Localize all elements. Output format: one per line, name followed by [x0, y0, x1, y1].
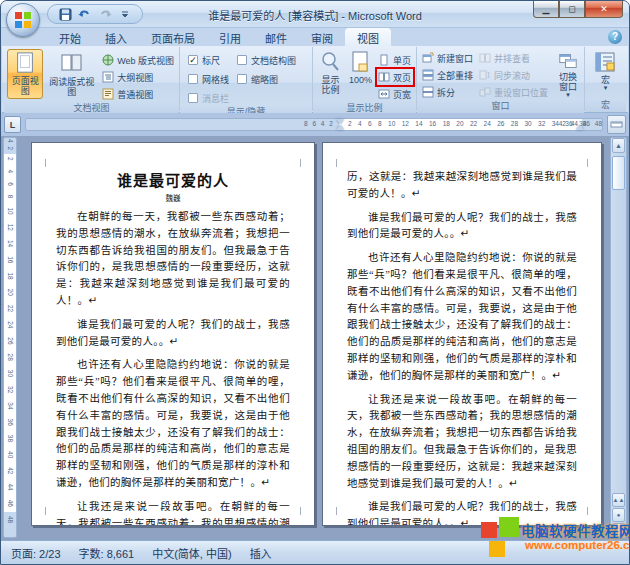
group-macros: 宏 ▾ 宏 — [585, 47, 626, 111]
crop-mark — [45, 507, 54, 515]
tab-selector-button[interactable]: L — [4, 116, 21, 133]
two-pages-button[interactable]: 双页 — [376, 69, 413, 85]
group-label-macros: 宏 — [585, 99, 626, 112]
horizontal-ruler: 8 6 4 2 2 4 6 8 10 12 14 16 18 20 22 24 … — [25, 118, 603, 131]
draft-view-button[interactable]: 普通视图 — [100, 86, 176, 102]
hanging-indent-marker[interactable] — [336, 125, 344, 130]
outline-view-button[interactable]: 大纲视图 — [100, 69, 176, 85]
group-show-hide: ✓ 标尺 网格线 消息栏 文档结构图 — [180, 47, 313, 111]
macros-button[interactable]: 宏 ▾ — [588, 49, 622, 99]
ribbon-tab-strip: 开始 插入 页面布局 引用 邮件 审阅 视图 ? — [1, 28, 629, 46]
tab-view[interactable]: 视图 — [345, 28, 391, 46]
switch-windows-button[interactable]: 切换窗口 ▾ — [554, 50, 582, 100]
ruler-margin-numbers: 8 6 4 2 — [304, 120, 333, 127]
page-width-button[interactable]: 页宽 — [376, 86, 413, 102]
side-by-side-icon — [479, 52, 491, 64]
split-button[interactable]: 拆分 — [420, 84, 475, 100]
paragraph: 让我还是来说一段故事吧。在朝鲜的每一天，我都被一些东西感动着；我的思想感情的潮水… — [56, 499, 290, 526]
new-window-icon — [422, 52, 434, 64]
status-language[interactable]: 中文(简体, 中国) — [152, 545, 231, 561]
ruler-toggle-button[interactable] — [607, 115, 626, 134]
reading-view-icon — [60, 51, 84, 75]
web-layout-button[interactable]: Web 版式视图 — [100, 52, 176, 68]
sync-scroll-icon — [479, 69, 491, 81]
paragraph: 在朝鲜的每一天，我都被一些东西感动着；我的思想感情的潮水，在放纵奔流着；我想把一… — [56, 209, 290, 310]
crop-mark — [336, 507, 345, 515]
office-button[interactable] — [6, 3, 40, 37]
gridlines-checkbox[interactable]: 网格线 — [188, 71, 229, 87]
one-page-button[interactable]: 单页 — [376, 52, 413, 68]
help-button[interactable]: ? — [608, 30, 622, 44]
paragraph: 历，这就是：我越来越深刻地感觉到谁是我们最可爱的人！。↵ — [347, 169, 577, 203]
document-title: 谁是最可爱的人 — [56, 169, 290, 190]
split-icon — [422, 86, 434, 98]
vertical-scrollbar[interactable]: ▲ ▲▲ ● ▼▼ — [610, 137, 627, 538]
ruler-numbers: 2 4 6 8 10 12 14 16 18 20 22 24 26 28 30… — [348, 120, 586, 127]
page-100-icon — [351, 51, 369, 73]
web-layout-icon — [102, 54, 114, 66]
status-insert-mode[interactable]: 插入 — [250, 545, 272, 561]
group-zoom: 显示比例 100% 单页 — [313, 47, 417, 111]
thumbnails-checkbox[interactable]: 缩略图 — [237, 71, 296, 87]
tab-mailings[interactable]: 邮件 — [253, 28, 299, 46]
close-button[interactable]: ✕ — [585, 1, 623, 18]
tab-insert[interactable]: 插入 — [93, 28, 139, 46]
page-2[interactable]: 历，这就是：我越来越深刻地感觉到谁是我们最可爱的人！。↵ 谁是我们最可爱的人呢？… — [322, 142, 602, 526]
chevron-down-icon: ▾ — [566, 92, 570, 98]
paragraph: 谁是我们最可爱的人呢？我们的战士，我感到他们是最可爱的人。。↵ — [56, 317, 290, 351]
crop-mark — [579, 159, 588, 167]
zoom-button[interactable]: 显示比例 — [316, 49, 345, 99]
zoom-100-button[interactable]: 100% — [347, 49, 374, 99]
one-page-icon — [378, 54, 390, 66]
paragraph: 谁是我们最可爱的人呢？我们的战士，我感到他们是最可爱的人。。↵ — [347, 210, 577, 244]
paragraph: 也许还有人心里隐隐约约地说：你说的就是那些“兵”吗？他们看来是很平凡、很简单的哩… — [56, 357, 290, 491]
outline-view-icon — [102, 71, 114, 83]
macros-icon — [594, 51, 616, 73]
minimize-button[interactable]: ▁ — [533, 1, 559, 18]
synchronous-scrolling-button: 同步滚动 — [477, 67, 550, 83]
checkbox-checked-icon: ✓ — [188, 55, 198, 65]
first-line-indent-marker[interactable] — [336, 119, 344, 124]
tab-home[interactable]: 开始 — [47, 28, 93, 46]
site-watermark: 电脑软硬件教程网 www.computer26.com — [481, 514, 629, 564]
print-layout-icon — [14, 52, 36, 74]
crop-mark — [292, 159, 301, 167]
page-1[interactable]: 谁是最可爱的人 魏巍 在朝鲜的每一天，我都被一些东西感动着；我的思想感情的潮水，… — [31, 142, 315, 526]
right-indent-marker[interactable] — [576, 125, 584, 130]
document-map-checkbox[interactable]: 文档结构图 — [237, 52, 296, 68]
checkbox-icon — [188, 74, 198, 84]
paragraph: 让我还是来说一段故事吧。在朝鲜的每一天，我都被一些东西感动着；我的思想感情的潮水… — [347, 392, 577, 493]
previous-object-button[interactable]: ▲▲ — [612, 493, 625, 507]
watermark-site-name: 电脑软硬件教程网 — [521, 520, 630, 540]
document-author: 魏巍 — [56, 192, 290, 203]
checkbox-icon — [188, 93, 198, 103]
scroll-up-button[interactable]: ▲ — [612, 138, 625, 153]
print-layout-button[interactable]: 页面视图 — [7, 49, 43, 99]
tab-review[interactable]: 审阅 — [299, 28, 345, 46]
new-window-button[interactable]: 新建窗口 — [420, 50, 475, 66]
chevron-down-icon: ▾ — [604, 85, 608, 91]
arrange-all-button[interactable]: 全部重排 — [420, 67, 475, 83]
ruler-checkbox[interactable]: ✓ 标尺 — [188, 52, 229, 68]
vruler-numbers: 2 4 6 8 10 12 14 16 18 20 22 24 26 28 30… — [7, 157, 14, 523]
group-label-window: 窗口 — [417, 100, 584, 113]
message-bar-checkbox: 消息栏 — [188, 90, 229, 106]
status-page-number[interactable]: 页面: 2/23 — [11, 545, 61, 561]
magnifier-icon — [320, 51, 340, 73]
reset-window-icon — [479, 86, 491, 98]
scrollbar-thumb[interactable] — [612, 156, 625, 190]
full-screen-reading-button[interactable]: 阅读版式视图 — [45, 49, 98, 99]
maximize-button[interactable]: ◻ — [559, 1, 585, 18]
tab-references[interactable]: 引用 — [207, 28, 253, 46]
ruler-icon — [610, 118, 623, 131]
paragraph: 也许还有人心里隐隐约约地说：你说的就是那些“兵”吗？他们看来是很平凡、很简单的哩… — [347, 250, 577, 384]
office-logo-icon — [14, 11, 32, 29]
ruler-row: L 8 6 4 2 2 4 6 8 10 12 14 16 18 20 22 2… — [1, 113, 629, 136]
switch-windows-icon — [556, 52, 580, 70]
tab-page-layout[interactable]: 页面布局 — [139, 28, 207, 46]
title-bar: 谁是最可爱的人 [兼容模式] - Microsoft Word ▁ ◻ ✕ — [1, 1, 629, 28]
status-word-count[interactable]: 字数: 8,661 — [79, 545, 135, 561]
watermark-logo-icon — [481, 514, 525, 564]
crop-mark — [336, 159, 345, 167]
reset-window-position-button: 重设窗口位置 — [477, 84, 550, 100]
